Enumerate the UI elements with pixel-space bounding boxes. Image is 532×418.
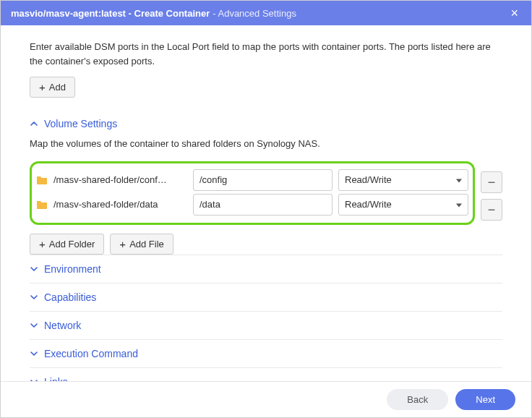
port-settings-description: Enter available DSM ports in the Local P… <box>30 40 502 68</box>
next-button[interactable]: Next <box>455 389 515 410</box>
environment-header[interactable]: Environment <box>30 255 502 283</box>
execution-title: Execution Command <box>44 348 138 359</box>
remove-volume-button[interactable]: − <box>481 171 502 193</box>
links-header[interactable]: Links <box>30 367 502 382</box>
folder-icon <box>36 200 48 209</box>
volume-settings-title: Volume Settings <box>44 118 117 129</box>
add-file-label: Add File <box>129 239 164 249</box>
back-button[interactable]: Back <box>387 389 448 410</box>
host-path-label[interactable]: /masv-shared-folder/data <box>53 199 187 210</box>
capabilities-header[interactable]: Capabilities <box>30 283 502 311</box>
folder-icon <box>36 175 48 184</box>
volume-settings-header[interactable]: Volume Settings <box>30 111 502 137</box>
capabilities-title: Capabilities <box>44 291 96 303</box>
titlebar: masvio/masv-agent:latest - Create Contai… <box>1 1 531 25</box>
permission-value: Read/Write <box>345 199 392 210</box>
host-path-label[interactable]: /masv-shared-folder/conf… <box>53 174 187 185</box>
volume-row: /masv-shared-folder/data Read/Write <box>36 194 468 216</box>
content-area: Enter available DSM ports in the Local P… <box>1 25 531 381</box>
permission-select[interactable]: Read/Write <box>338 194 468 216</box>
add-port-button[interactable]: + Add <box>30 77 75 98</box>
footer: Back Next <box>1 381 531 417</box>
add-folder-button[interactable]: + Add Folder <box>30 234 104 255</box>
add-port-label: Add <box>49 82 66 93</box>
close-icon[interactable]: × <box>507 7 521 20</box>
execution-header[interactable]: Execution Command <box>30 339 502 367</box>
volume-highlight-box: /masv-shared-folder/conf… Read/Write /ma… <box>30 161 475 225</box>
permission-select[interactable]: Read/Write <box>338 169 468 191</box>
volume-row: /masv-shared-folder/conf… Read/Write <box>36 169 468 191</box>
chevron-up-icon <box>30 119 38 128</box>
chevron-down-icon <box>30 293 38 302</box>
network-header[interactable]: Network <box>30 311 502 339</box>
plus-icon: + <box>119 239 126 249</box>
chevron-down-icon <box>30 321 38 330</box>
chevron-down-icon <box>30 349 38 358</box>
plus-icon: + <box>39 239 46 249</box>
mount-path-input[interactable] <box>193 169 332 191</box>
remove-column: − − <box>481 166 502 221</box>
chevron-down-icon <box>30 265 38 273</box>
mount-path-input[interactable] <box>193 194 332 216</box>
title-sub: - Advanced Settings <box>213 8 296 19</box>
links-title: Links <box>44 376 68 382</box>
plus-icon: + <box>39 82 46 93</box>
add-folder-label: Add Folder <box>49 239 95 249</box>
permission-value: Read/Write <box>345 174 392 185</box>
add-file-button[interactable]: + Add File <box>110 234 173 255</box>
remove-volume-button[interactable]: − <box>481 199 502 221</box>
volume-settings-description: Map the volumes of the container to shar… <box>30 137 502 151</box>
title-main: masvio/masv-agent:latest - Create Contai… <box>11 8 210 19</box>
create-container-dialog: masvio/masv-agent:latest - Create Contai… <box>0 0 532 418</box>
environment-title: Environment <box>44 263 101 275</box>
network-title: Network <box>44 320 81 331</box>
